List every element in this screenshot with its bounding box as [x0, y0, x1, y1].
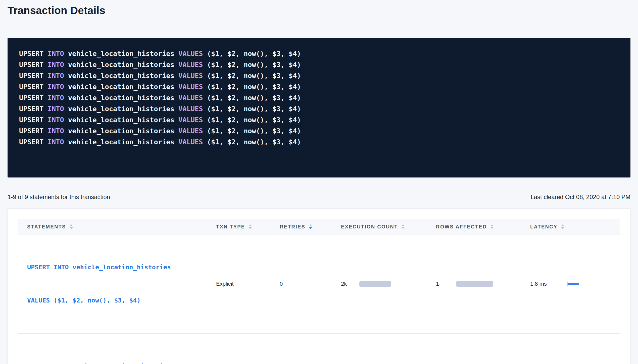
sql-keyword-upsert: UPSERT: [19, 50, 48, 57]
sql-params: ($1, $2, now(), $3, $4): [207, 105, 301, 113]
column-header-label: LATENCY: [530, 224, 557, 230]
sql-table-name: vehicle_location_histories: [68, 83, 178, 91]
rows-affected-bar: [456, 281, 493, 287]
sql-statement-line: UPSERT INTO vehicle_location_histories V…: [19, 114, 619, 126]
statements-table-card: STATEMENTS TXN TYPE RETRIES EXECUTI: [8, 209, 630, 364]
sql-params: ($1, $2, now(), $3, $4): [207, 138, 301, 146]
sql-keyword-values: VALUES: [178, 127, 207, 135]
sort-asc-icon: [249, 224, 252, 226]
sort-arrows-icon[interactable]: [561, 224, 564, 229]
sql-table-name: vehicle_location_histories: [68, 127, 178, 135]
column-header[interactable]: TXN TYPE: [216, 224, 280, 230]
sql-table-name: vehicle_location_histories: [68, 105, 178, 113]
sql-keyword-values: VALUES: [178, 61, 207, 69]
sort-asc-icon: [309, 224, 312, 226]
execution-count-value: 2k: [341, 281, 359, 287]
sort-desc-icon: [249, 227, 252, 229]
sql-keyword-values: VALUES: [178, 138, 207, 146]
sort-asc-icon: [402, 224, 405, 226]
sql-keyword-upsert: UPSERT: [19, 105, 48, 113]
txn-type-cell: Explicit: [216, 281, 280, 287]
rows-affected-value: 1: [436, 281, 456, 287]
sort-desc-icon: [561, 227, 564, 229]
sort-asc-icon: [561, 224, 564, 226]
sql-params: ($1, $2, now(), $3, $4): [207, 72, 301, 80]
sql-keyword-upsert: UPSERT: [19, 72, 48, 80]
sql-keyword-into: INTO: [48, 127, 68, 135]
statements-count-text: 1-9 of 9 statements for this transaction: [8, 194, 110, 201]
sql-keyword-values: VALUES: [178, 72, 207, 80]
sql-params: ($1, $2, now(), $3, $4): [207, 127, 301, 135]
latency-bar-chart: [567, 281, 582, 287]
sql-table-name: vehicle_location_histories: [68, 94, 178, 102]
sql-table-name: vehicle_location_histories: [68, 72, 178, 80]
sql-keyword-into: INTO: [48, 116, 68, 124]
transaction-statements-box: UPSERT INTO vehicle_location_histories V…: [8, 38, 630, 177]
statement-link-line1: UPSERT INTO vehicle_location_histories: [27, 262, 216, 273]
statements-table: UPSERT INTO vehicle_location_histories V…: [18, 234, 620, 364]
latency-cell: 1.8 ms: [530, 281, 620, 287]
transaction-details-page: Transaction Details UPSERT INTO vehicle_…: [0, 0, 638, 364]
sql-keyword-upsert: UPSERT: [19, 61, 48, 69]
sql-keyword-values: VALUES: [178, 50, 207, 57]
column-header[interactable]: LATENCY: [530, 224, 620, 230]
column-header-label: EXECUTION COUNT: [341, 224, 398, 230]
sort-asc-icon: [70, 224, 73, 226]
sort-desc-icon: [309, 227, 312, 229]
sql-keyword-upsert: UPSERT: [19, 83, 48, 91]
sql-keyword-values: VALUES: [178, 83, 207, 91]
sql-statement-line: UPSERT INTO vehicle_location_histories V…: [19, 59, 619, 70]
statement-cell: UPSERT INTO vehicle_location_histories V…: [27, 240, 216, 328]
table-header-row: STATEMENTS TXN TYPE RETRIES EXECUTI: [18, 219, 620, 234]
sort-asc-icon: [490, 224, 494, 226]
column-header[interactable]: EXECUTION COUNT: [341, 224, 436, 230]
sql-keyword-into: INTO: [48, 94, 68, 102]
column-header-label: STATEMENTS: [27, 224, 66, 230]
sql-keyword-values: VALUES: [178, 94, 207, 102]
sql-table-name: vehicle_location_histories: [68, 50, 178, 57]
table-row: UPSERT INTO vehicle_location_histories V…: [18, 234, 620, 334]
sort-arrows-icon[interactable]: [70, 224, 73, 229]
sort-desc-icon: [70, 227, 73, 229]
sql-table-name: vehicle_location_histories: [68, 138, 178, 146]
sort-arrows-icon[interactable]: [309, 224, 312, 229]
sql-keyword-into: INTO: [48, 61, 68, 69]
page-title: Transaction Details: [8, 4, 630, 17]
sql-keyword-into: INTO: [48, 50, 68, 57]
table-row: UPSERT INTO vehicle_location_histories V…: [18, 334, 620, 364]
sql-keyword-upsert: UPSERT: [19, 138, 48, 146]
column-header-label: ROWS AFFECTED: [436, 224, 487, 230]
column-header[interactable]: ROWS AFFECTED: [436, 224, 530, 230]
sort-arrows-icon[interactable]: [490, 224, 494, 229]
sql-statement-line: UPSERT INTO vehicle_location_histories V…: [19, 126, 619, 137]
sql-keyword-upsert: UPSERT: [19, 127, 48, 135]
sql-statement-line: UPSERT INTO vehicle_location_histories V…: [19, 92, 619, 103]
summary-row: 1-9 of 9 statements for this transaction…: [8, 194, 630, 201]
rows-affected-cell: 1: [436, 281, 530, 287]
sql-keyword-upsert: UPSERT: [19, 116, 48, 124]
sql-keyword-values: VALUES: [178, 116, 207, 124]
sql-statement-line: UPSERT INTO vehicle_location_histories V…: [19, 48, 619, 59]
sql-table-name: vehicle_location_histories: [68, 61, 178, 69]
sql-params: ($1, $2, now(), $3, $4): [207, 116, 301, 124]
sql-keyword-into: INTO: [48, 83, 68, 91]
statement-cell: UPSERT INTO vehicle_location_histories V…: [27, 339, 216, 364]
statement-link[interactable]: UPSERT INTO vehicle_location_histories V…: [27, 240, 216, 328]
statement-link-line1: UPSERT INTO vehicle_location_histories: [27, 361, 216, 364]
sql-keyword-into: INTO: [48, 105, 68, 113]
latency-bar-icon: [568, 283, 579, 285]
execution-count-bar: [359, 281, 391, 287]
sql-keyword-into: INTO: [48, 72, 68, 80]
retries-cell: 0: [280, 281, 341, 287]
sort-arrows-icon[interactable]: [249, 224, 252, 229]
last-cleared-text: Last cleared Oct 08, 2020 at 7:10 PM: [530, 194, 630, 201]
sql-keyword-values: VALUES: [178, 105, 207, 113]
column-header-label: TXN TYPE: [216, 224, 245, 230]
sort-arrows-icon[interactable]: [402, 224, 405, 229]
sql-keyword-into: INTO: [48, 138, 68, 146]
statement-link[interactable]: UPSERT INTO vehicle_location_histories V…: [27, 339, 216, 364]
column-header[interactable]: STATEMENTS: [27, 224, 216, 230]
sort-desc-icon: [490, 227, 494, 229]
sort-desc-icon: [402, 227, 405, 229]
column-header[interactable]: RETRIES: [280, 224, 341, 230]
